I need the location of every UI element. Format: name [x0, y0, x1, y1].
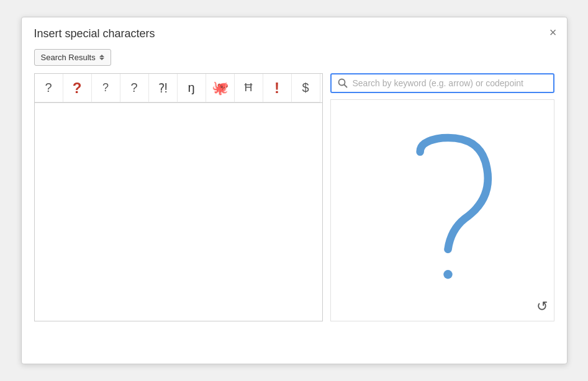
char-cell[interactable]: ?	[63, 74, 92, 102]
char-cell[interactable]: $	[292, 74, 320, 102]
insert-special-chars-dialog: Insert special characters × Search Resul…	[21, 17, 568, 364]
search-input[interactable]	[353, 78, 547, 88]
svg-line-1	[344, 85, 346, 87]
char-panel: ? ? ? ? ⁈ ŋ 🐙 Ħ ! $	[34, 73, 323, 321]
char-cell[interactable]: ?	[120, 74, 149, 102]
dropdown-label: Search Results	[41, 53, 96, 62]
dropdown-wrapper: Search Results	[34, 49, 554, 66]
svg-point-2	[443, 270, 452, 279]
dialog-title: Insert special characters	[34, 27, 554, 40]
char-cell[interactable]: ?	[92, 74, 120, 102]
char-cell[interactable]: 🐙	[206, 74, 235, 102]
reset-drawing-button[interactable]: ↺	[536, 298, 548, 315]
char-cell[interactable]: !	[263, 74, 292, 102]
drawn-question-mark	[331, 100, 554, 321]
dropdown-arrow-icon	[99, 55, 104, 60]
category-dropdown[interactable]: Search Results	[34, 49, 111, 66]
char-cell[interactable]: Ħ	[235, 74, 263, 102]
preview-panel: ↺	[330, 73, 554, 321]
char-cell[interactable]: ŋ	[178, 74, 206, 102]
char-cell[interactable]: ⁈	[149, 74, 178, 102]
chevron-down-icon	[99, 58, 104, 60]
drawing-canvas[interactable]: ↺	[330, 99, 554, 321]
main-content: ? ? ? ? ⁈ ŋ 🐙 Ħ ! $	[34, 73, 554, 321]
search-box	[330, 73, 554, 93]
search-icon	[338, 78, 348, 88]
chevron-up-icon	[99, 55, 104, 57]
char-grid: ? ? ? ? ⁈ ŋ 🐙 Ħ ! $	[35, 74, 322, 103]
close-button[interactable]: ×	[550, 26, 557, 38]
char-cell[interactable]: ?	[35, 74, 63, 102]
